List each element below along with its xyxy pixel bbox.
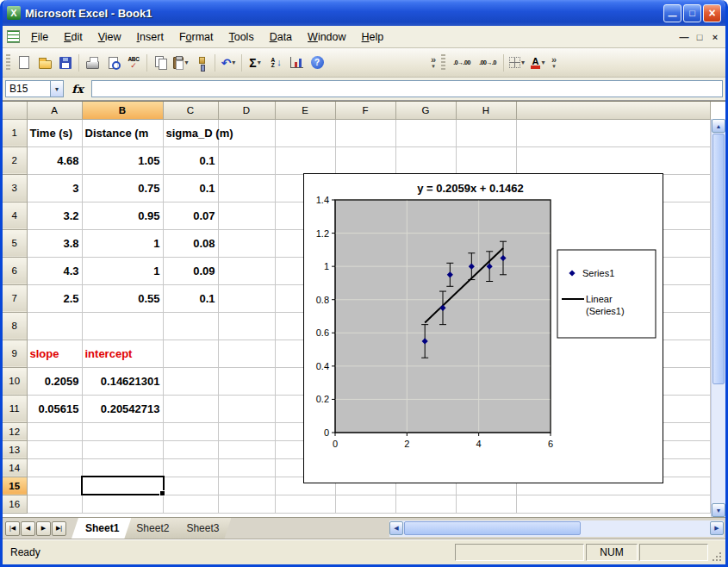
row-header-8[interactable]: 8: [3, 312, 27, 340]
cell-D16[interactable]: [218, 495, 275, 513]
sheet-tab-sheet3[interactable]: Sheet3: [172, 518, 231, 539]
cell-A6[interactable]: 4.3: [27, 257, 82, 284]
increase-decimal-button[interactable]: .0→.00: [449, 53, 475, 73]
paste-button[interactable]: ▾: [171, 53, 191, 73]
cell-G16[interactable]: [395, 495, 456, 513]
undo-button[interactable]: ↶▾: [218, 53, 239, 73]
row-header-16[interactable]: 16: [3, 495, 27, 513]
cell-A13[interactable]: [27, 440, 82, 458]
row-header-4[interactable]: 4: [3, 202, 27, 229]
cell-B11[interactable]: 0.20542713: [82, 395, 163, 422]
name-box[interactable]: B15 ▾: [5, 80, 64, 97]
row-header-14[interactable]: 14: [3, 458, 27, 477]
row-header-1[interactable]: 1: [3, 119, 27, 146]
menu-edit[interactable]: Edit: [56, 28, 90, 47]
cell-D6[interactable]: [218, 257, 275, 284]
cell-B9[interactable]: intercept: [82, 340, 163, 367]
cell-D11[interactable]: [218, 395, 275, 422]
cell-C13[interactable]: [163, 440, 218, 458]
workbook-restore-button[interactable]: □: [692, 30, 707, 44]
cell-C5[interactable]: 0.08: [163, 229, 218, 257]
open-button[interactable]: [34, 53, 55, 73]
previous-sheet-button[interactable]: ◀: [21, 521, 35, 536]
cell-C1[interactable]: sigma_D (m): [163, 119, 218, 146]
autosum-button[interactable]: Σ▾: [245, 53, 265, 73]
toolbar-grip[interactable]: [441, 54, 445, 72]
cell-C12[interactable]: [163, 422, 218, 440]
cell-C4[interactable]: 0.07: [163, 202, 218, 229]
decrease-decimal-button[interactable]: .00→.0: [475, 53, 501, 73]
cell-B14[interactable]: [82, 458, 163, 477]
spelling-button[interactable]: ABC✓: [123, 53, 144, 73]
toolbar-grip[interactable]: [6, 54, 10, 72]
cell-A16[interactable]: [27, 495, 82, 513]
horizontal-scroll-track[interactable]: [404, 521, 709, 535]
cell-D3[interactable]: [218, 174, 275, 202]
cell-C16[interactable]: [163, 495, 218, 513]
sheet-tab-sheet2[interactable]: Sheet2: [122, 518, 181, 539]
cell-D12[interactable]: [218, 422, 275, 440]
cell-E1[interactable]: [275, 119, 335, 146]
row-header-13[interactable]: 13: [3, 440, 27, 458]
first-sheet-button[interactable]: |◀: [5, 521, 20, 536]
workbook-close-button[interactable]: ×: [707, 30, 723, 44]
resize-grip[interactable]: [710, 541, 724, 564]
vertical-scroll-track[interactable]: [712, 134, 725, 502]
menu-view[interactable]: View: [90, 28, 129, 47]
cell-A15[interactable]: [27, 477, 82, 495]
cell-B1[interactable]: Distance (m: [82, 119, 163, 146]
cell-B10[interactable]: 0.14621301: [82, 367, 163, 395]
column-header-d[interactable]: D: [218, 102, 275, 119]
next-sheet-button[interactable]: ▶: [36, 521, 51, 536]
workbook-minimize-button[interactable]: —: [676, 30, 692, 44]
column-header-f[interactable]: F: [335, 102, 395, 119]
cell-A3[interactable]: 3: [27, 174, 82, 202]
cell-D2[interactable]: [218, 146, 275, 174]
cell-A8[interactable]: [27, 312, 82, 340]
scroll-up-button[interactable]: ▲: [712, 119, 725, 133]
cell-C10[interactable]: [163, 367, 218, 395]
cell-B4[interactable]: 0.95: [82, 202, 163, 229]
sheet-tab-sheet1[interactable]: Sheet1: [72, 518, 131, 539]
cell-B2[interactable]: 1.05: [82, 146, 163, 174]
menu-help[interactable]: Help: [354, 28, 392, 47]
select-all-corner[interactable]: [3, 102, 27, 119]
font-color-dropdown-icon[interactable]: ▾: [541, 59, 544, 66]
cell-A12[interactable]: [27, 422, 82, 440]
cell-C6[interactable]: 0.09: [163, 257, 218, 284]
cell-C3[interactable]: 0.1: [163, 174, 218, 202]
column-header-g[interactable]: G: [395, 102, 456, 119]
menu-window[interactable]: Window: [300, 28, 353, 47]
cell-H1[interactable]: [456, 119, 516, 146]
column-header-a[interactable]: A: [27, 102, 82, 119]
cell-D5[interactable]: [218, 229, 275, 257]
formula-input[interactable]: [91, 80, 723, 97]
cell-A11[interactable]: 0.05615: [27, 395, 82, 422]
toolbar-options-button[interactable]: »▾: [427, 56, 439, 69]
vertical-scroll-thumb[interactable]: [712, 134, 725, 384]
print-preview-button[interactable]: [103, 53, 123, 73]
paste-dropdown-icon[interactable]: ▾: [184, 59, 188, 66]
cell-C8[interactable]: [163, 312, 218, 340]
cell-B13[interactable]: [82, 440, 163, 458]
column-header-e[interactable]: E: [275, 102, 335, 119]
cell-A5[interactable]: 3.8: [27, 229, 82, 257]
scroll-left-button[interactable]: ◀: [389, 521, 403, 535]
cell-D13[interactable]: [218, 440, 275, 458]
cell-E2[interactable]: [275, 146, 335, 174]
cell-C9[interactable]: [163, 340, 218, 367]
row-header-3[interactable]: 3: [3, 174, 27, 202]
undo-dropdown-icon[interactable]: ▾: [232, 59, 235, 66]
scroll-down-button[interactable]: ▼: [712, 503, 725, 517]
cell-A7[interactable]: 2.5: [27, 284, 82, 312]
borders-dropdown-icon[interactable]: ▾: [521, 59, 525, 66]
column-header-b[interactable]: B: [82, 102, 163, 119]
cell-C7[interactable]: 0.1: [163, 284, 218, 312]
last-sheet-button[interactable]: ▶|: [52, 521, 66, 536]
cell-F2[interactable]: [335, 146, 395, 174]
copy-button[interactable]: [150, 53, 171, 73]
save-button[interactable]: [55, 53, 76, 73]
menu-insert[interactable]: Insert: [129, 28, 171, 47]
font-color-button[interactable]: A▾: [527, 53, 548, 73]
cell-B6[interactable]: 1: [82, 257, 163, 284]
